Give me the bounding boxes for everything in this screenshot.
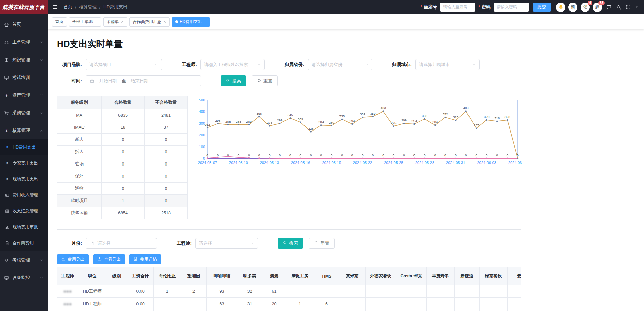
app-logo[interactable]: 航英在线云服平台 bbox=[0, 0, 48, 14]
fullscreen-button[interactable] bbox=[626, 4, 631, 10]
sidebar-item-site-expense[interactable]: ¥现场费用支出 bbox=[0, 171, 48, 187]
cost-row[interactable]: ●●●HD工程师0.0063312016 bbox=[57, 298, 522, 310]
menu-collapse-icon[interactable] bbox=[52, 4, 58, 10]
sidebar-item-assessment[interactable]: 考核管理 bbox=[0, 251, 48, 269]
book-icon bbox=[4, 57, 9, 63]
sidebar-item-accounting[interactable]: ¥核算管理 bbox=[0, 122, 48, 139]
sidebar-item-monitoring[interactable]: 设备监控 bbox=[0, 269, 48, 287]
user-menu-caret[interactable] bbox=[634, 5, 639, 10]
chat-icon bbox=[606, 4, 612, 10]
cost-col-header: 望湘园 bbox=[181, 267, 207, 285]
svg-text:200: 200 bbox=[199, 133, 205, 137]
refresh-icon bbox=[314, 241, 318, 246]
svg-text:403: 403 bbox=[463, 106, 469, 110]
stats-row[interactable]: IMAC1837 bbox=[57, 121, 188, 134]
seat-input[interactable] bbox=[440, 3, 475, 12]
project-brand-select[interactable]: 请选择项目 bbox=[86, 59, 162, 70]
yen-icon: ¥ bbox=[5, 177, 10, 182]
svg-text:345: 345 bbox=[288, 113, 293, 117]
reset-button-2[interactable]: 重置 bbox=[309, 238, 335, 249]
top-header: 航英在线云服平台 首页 / 核算管理 / HD费用支出 * 坐席号 * 密码 提… bbox=[0, 0, 644, 14]
filter-month: 月份: 请选择 bbox=[57, 238, 157, 249]
chevron-down-icon bbox=[257, 63, 261, 67]
stats-row[interactable]: 临时项目10 bbox=[57, 195, 188, 207]
close-icon[interactable] bbox=[163, 20, 166, 23]
breadcrumb-current: HD费用支出 bbox=[103, 4, 127, 10]
date-range-picker[interactable]: 开始日期 至 结束日期 bbox=[86, 75, 201, 86]
svg-text:0: 0 bbox=[248, 153, 250, 157]
sidebar-item-summary-mgmt[interactable]: 收支汇总管理 bbox=[0, 203, 48, 219]
sidebar-item-work-orders[interactable]: 工单管理 bbox=[0, 33, 48, 51]
svg-text:329: 329 bbox=[484, 115, 490, 119]
svg-text:2024-06-03: 2024-06-03 bbox=[477, 161, 496, 165]
sidebar-item-expert-expense[interactable]: ¥专家费用支出 bbox=[0, 155, 48, 171]
month-picker[interactable]: 请选择 bbox=[86, 238, 157, 249]
sidebar-item-knowledge[interactable]: 知识管理 bbox=[0, 51, 48, 69]
sidebar-item-procurement[interactable]: 采购管理 bbox=[0, 104, 48, 122]
sidebar-item-hd-expense[interactable]: ¥HD费用支出 bbox=[0, 139, 48, 155]
engineer-select[interactable]: 请输入工程师姓名搜索 bbox=[200, 59, 265, 70]
svg-text:0: 0 bbox=[475, 153, 477, 157]
svg-text:294: 294 bbox=[411, 119, 417, 123]
quick-yu-button[interactable]: 预 bbox=[568, 3, 577, 12]
notification-bell-button[interactable] bbox=[556, 3, 565, 12]
svg-text:335: 335 bbox=[339, 114, 345, 118]
breadcrumb-accounting[interactable]: 核算管理 bbox=[79, 4, 97, 10]
stats-row[interactable]: 快递运输68542518 bbox=[57, 207, 188, 219]
sidebar-item-training[interactable]: 考试培训 bbox=[0, 69, 48, 86]
breadcrumb-home[interactable]: 首页 bbox=[63, 4, 72, 10]
view-export-button[interactable]: 查看导出 bbox=[93, 254, 125, 264]
svg-text:2024-05-13: 2024-05-13 bbox=[260, 161, 279, 165]
search-button-header[interactable] bbox=[616, 4, 622, 10]
close-icon[interactable] bbox=[203, 20, 207, 23]
quick-cui-button[interactable]: 催4 bbox=[581, 3, 590, 12]
cost-col-header: 级别 bbox=[106, 267, 127, 285]
tab-all-orders[interactable]: 全部工单池 bbox=[69, 17, 101, 27]
detail-icon bbox=[133, 257, 138, 261]
sidebar-item-partner-expense[interactable]: 合作商费用... bbox=[0, 235, 48, 251]
filter-engineer: 工程师: 请输入工程师姓名搜索 bbox=[182, 59, 265, 70]
stats-row[interactable]: 驻场00 bbox=[57, 158, 188, 170]
stats-row[interactable]: 新店00 bbox=[57, 134, 188, 146]
stats-row[interactable]: 保外00 bbox=[57, 170, 188, 183]
cost-col-header: 丰茂烤串 bbox=[427, 267, 455, 285]
password-input[interactable] bbox=[494, 3, 529, 12]
cost-row[interactable]: ●●●HD工程师0.0012933261 bbox=[57, 285, 522, 298]
stats-row[interactable]: 巡检00 bbox=[57, 183, 188, 195]
engineer-select-2[interactable]: 请选择 bbox=[195, 238, 258, 249]
search-button[interactable]: 搜索 bbox=[221, 75, 246, 86]
stats-and-chart: 服务级别合格数量不合格数量MA68352481IMAC1837新店00拆店00驻… bbox=[57, 96, 521, 219]
svg-text:299: 299 bbox=[401, 118, 407, 122]
close-icon[interactable] bbox=[121, 20, 124, 23]
sidebar-item-assets[interactable]: ¥资产管理 bbox=[0, 86, 48, 104]
city-select[interactable]: 请选择归属城市 bbox=[415, 59, 480, 70]
submit-button[interactable]: 提交 bbox=[533, 3, 551, 12]
svg-text:2024-06-06: 2024-06-06 bbox=[508, 161, 522, 165]
cost-col-header: 新辣道 bbox=[455, 267, 480, 285]
tab-home[interactable]: 首页 bbox=[52, 17, 67, 27]
refresh-icon bbox=[314, 241, 318, 245]
table-actions: 费用导出 查看导出 费用详情 bbox=[57, 254, 521, 264]
export-cost-button[interactable]: 费用导出 bbox=[57, 254, 89, 264]
stats-row[interactable]: 拆店00 bbox=[57, 146, 188, 158]
svg-text:0: 0 bbox=[300, 153, 301, 157]
close-icon[interactable] bbox=[94, 20, 98, 23]
service-level-table: 服务级别合格数量不合格数量MA68352481IMAC1837新店00拆店00驻… bbox=[57, 96, 188, 219]
sidebar-item-site-approval[interactable]: 现场费用审批 bbox=[0, 219, 48, 235]
badge-count: 4 bbox=[588, 1, 592, 5]
cost-detail-button[interactable]: 费用详情 bbox=[129, 254, 161, 264]
search-button-2[interactable]: 搜索 bbox=[278, 238, 303, 249]
reset-button[interactable]: 重置 bbox=[252, 75, 278, 86]
province-select[interactable]: 请选择归属省份 bbox=[308, 59, 372, 70]
sidebar-item-income-mgmt[interactable]: 费用收入管理 bbox=[0, 187, 48, 203]
tab-purchase[interactable]: 采购单 bbox=[103, 17, 127, 27]
filter-province: 归属省份: 请选择归属省份 bbox=[284, 59, 372, 70]
tab-hd-expense[interactable]: HD费用支出 bbox=[172, 17, 210, 27]
tab-partner-summary[interactable]: 合作商费用汇总 bbox=[129, 17, 170, 27]
quick-chao-button[interactable]: 超83 bbox=[593, 3, 602, 12]
stats-row[interactable]: MA68352481 bbox=[57, 109, 188, 121]
message-button[interactable] bbox=[606, 4, 612, 10]
svg-text:2024-05-22: 2024-05-22 bbox=[353, 161, 372, 165]
filter-row-1: 项目品牌: 请选择项目 工程师: 请输入工程师姓名搜索 归属省份: 请选择归属省… bbox=[57, 59, 521, 70]
sidebar-item-home[interactable]: 首页 bbox=[0, 16, 48, 33]
